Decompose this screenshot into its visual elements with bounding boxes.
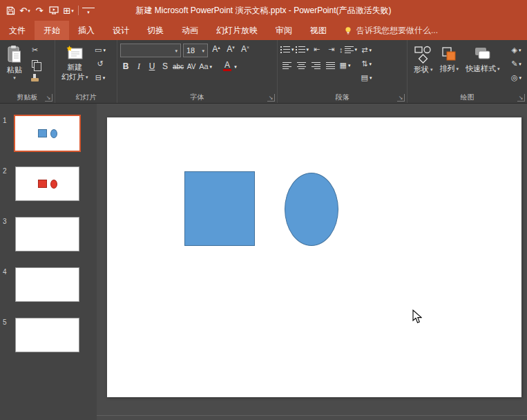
undo-button[interactable]: ↶ ▾ — [19, 3, 31, 18]
drawing-dialog-launcher[interactable]: ↘ — [517, 94, 525, 102]
separator — [78, 6, 79, 15]
clear-formatting-button[interactable]: A× — [239, 44, 251, 57]
slide-shape-oval[interactable] — [285, 173, 338, 246]
thumbnail-oval-shape — [50, 180, 57, 189]
lightbulb-icon — [344, 26, 352, 35]
slide-thumbnail-preview[interactable] — [15, 318, 79, 352]
tab-review[interactable]: 审阅 — [267, 21, 301, 40]
chevron-down-icon: ▾ — [28, 8, 30, 13]
chevron-down-icon: ▾ — [497, 66, 500, 71]
increase-indent-button[interactable]: ⇥ — [325, 44, 338, 55]
tab-transitions[interactable]: 切换 — [138, 21, 173, 40]
font-color-button[interactable]: A ▾ — [222, 61, 237, 73]
shape-effects-button[interactable]: ◎ ▾ — [510, 72, 523, 84]
text-shadow-button[interactable]: S — [160, 60, 171, 73]
slide-thumbnail-preview[interactable] — [15, 267, 79, 302]
italic-button[interactable]: I — [133, 60, 144, 73]
shape-outline-button[interactable]: ✎ ▾ — [510, 58, 523, 70]
clipboard-dialog-launcher[interactable]: ↘ — [45, 94, 52, 102]
tab-view[interactable]: 视图 — [301, 21, 336, 40]
chevron-down-icon: ▾ — [457, 66, 459, 71]
align-left-button[interactable] — [280, 59, 294, 71]
line-spacing-icon: ↕ — [339, 46, 343, 54]
shrink-font-button[interactable]: A▾ — [224, 44, 237, 57]
tab-design[interactable]: 设计 — [104, 21, 138, 40]
align-right-icon — [312, 62, 320, 69]
slide-shape-rectangle[interactable] — [184, 171, 255, 246]
slide-thumbnail-1[interactable]: 1 — [3, 116, 97, 151]
paragraph-dialog-launcher[interactable]: ↘ — [397, 94, 405, 102]
slide-thumbnail-4[interactable]: 4 — [3, 267, 97, 302]
tab-insert[interactable]: 插入 — [69, 21, 104, 40]
reset-slide-button[interactable]: ↺ — [94, 58, 107, 70]
increase-indent-icon: ⇥ — [328, 45, 334, 54]
columns-button[interactable]: ▦ ▾ — [338, 59, 352, 71]
bold-button[interactable]: B — [120, 60, 131, 73]
slide-thumbnail-3[interactable]: 3 — [3, 217, 97, 251]
redo-button[interactable]: ↷ — [33, 3, 46, 18]
tab-home[interactable]: 开始 — [35, 21, 69, 40]
touch-mouse-mode-button[interactable]: ⊞ ▾ — [62, 3, 75, 18]
align-right-button[interactable] — [309, 59, 323, 71]
tab-slideshow[interactable]: 幻灯片放映 — [207, 21, 267, 40]
grow-font-button[interactable]: A▴ — [210, 44, 222, 57]
decrease-indent-button[interactable]: ⇤ — [310, 44, 323, 55]
slide-layout-button[interactable]: ▭ ▾ — [94, 44, 107, 56]
chevron-down-icon: ▾ — [519, 48, 521, 52]
quick-styles-button[interactable]: 快速样式 ▾ — [462, 44, 504, 91]
reset-icon: ↺ — [97, 59, 103, 68]
shape-fill-button[interactable]: ◈ ▾ — [510, 44, 523, 56]
format-painter-button[interactable] — [28, 72, 41, 84]
tell-me-label: 告诉我您想要做什么... — [356, 25, 438, 37]
change-case-button[interactable]: Aa ▾ — [199, 61, 212, 73]
customize-qat-button[interactable]: ▾ — [82, 8, 95, 16]
numbering-button[interactable]: ▾ — [296, 44, 309, 55]
shapes-button[interactable]: 形状 ▾ — [410, 44, 437, 91]
slide-thumbnail-5[interactable]: 5 — [3, 318, 97, 352]
slide-thumbnail-preview[interactable] — [15, 116, 79, 151]
tab-file[interactable]: 文件 — [0, 21, 35, 40]
tab-animations[interactable]: 动画 — [173, 21, 207, 40]
arrange-button[interactable]: 排列 ▾ — [437, 44, 463, 91]
align-center-button[interactable] — [295, 59, 308, 71]
bullets-button[interactable]: ▾ — [280, 44, 294, 55]
start-slideshow-button[interactable] — [48, 3, 60, 18]
arrange-label: 排列 — [440, 64, 455, 73]
strikethrough-button[interactable]: abc — [173, 60, 184, 73]
paste-label: 粘贴 — [7, 66, 22, 74]
slide-canvas[interactable] — [107, 117, 521, 397]
font-dialog-launcher[interactable]: ↘ — [267, 94, 275, 102]
thumbnail-oval-shape — [50, 129, 57, 138]
chevron-down-icon: ▾ — [355, 47, 358, 52]
copy-button[interactable] — [28, 58, 41, 70]
slide-number: 5 — [3, 318, 12, 326]
character-spacing-button[interactable]: AV — [186, 60, 197, 73]
slide-thumbnail-preview[interactable] — [15, 166, 79, 201]
convert-smartart-button[interactable]: ▤ ▾ — [360, 72, 373, 84]
align-text-button[interactable]: ⇅ ▾ — [360, 58, 373, 70]
chevron-down-icon: ▾ — [369, 48, 372, 52]
paste-button[interactable]: 粘贴 ▾ — [3, 44, 26, 91]
chevron-down-icon: ▾ — [71, 8, 74, 13]
new-slide-button[interactable]: 新建 幻灯片 ▾ — [58, 44, 92, 91]
justify-button[interactable] — [324, 59, 337, 71]
font-color-icon: A — [222, 60, 233, 73]
chevron-down-icon: ▾ — [86, 75, 88, 79]
tell-me-box[interactable]: 告诉我您想要做什么... — [336, 21, 446, 40]
font-size-combobox[interactable]: 18 ▾ — [183, 44, 208, 57]
slide-thumbnail-preview[interactable] — [15, 217, 79, 251]
line-spacing-button[interactable]: ↕ ▾ — [339, 44, 357, 55]
title-bar: ↶ ▾ ↷ ⊞ ▾ ▾ 新建 Microsoft Power — [0, 0, 527, 21]
section-button[interactable]: ⊟ ▾ — [94, 72, 107, 84]
chevron-down-icon: ▾ — [519, 75, 522, 80]
save-button[interactable] — [4, 3, 17, 18]
slide-thumbnail-2[interactable]: 2 — [3, 166, 97, 201]
editing-canvas[interactable] — [97, 104, 527, 420]
text-direction-button[interactable]: ⇄ ▾ — [360, 44, 373, 56]
clear-formatting-icon: A — [241, 44, 247, 54]
numbering-icon — [296, 46, 305, 53]
underline-button[interactable]: U — [146, 60, 157, 73]
cut-button[interactable]: ✂ — [28, 44, 41, 56]
paragraph-group-label: 段落 — [336, 93, 349, 102]
font-name-combobox[interactable]: ▾ — [120, 44, 181, 57]
